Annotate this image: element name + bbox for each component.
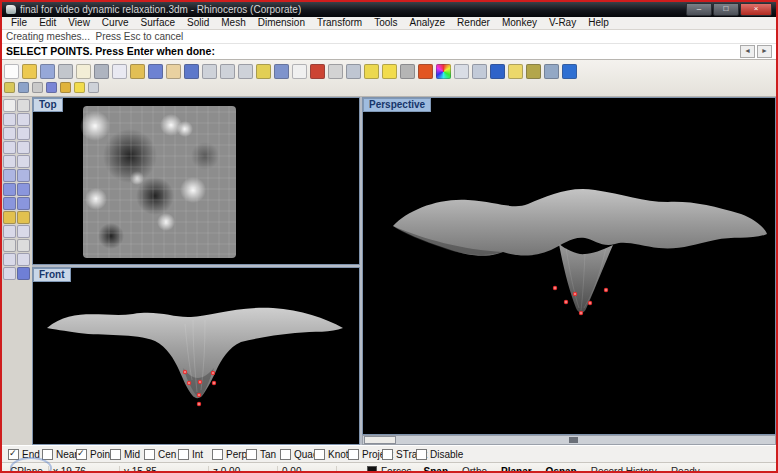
osnap-item[interactable]: Project bbox=[348, 449, 382, 460]
material-icon[interactable] bbox=[60, 82, 71, 93]
menu-item[interactable]: V-Ray bbox=[543, 17, 582, 29]
top-viewport-label[interactable]: Top bbox=[33, 98, 63, 112]
perspective-viewport-label[interactable]: Perspective bbox=[363, 98, 431, 112]
osnap-checkbox[interactable] bbox=[416, 449, 427, 460]
perspective-viewport[interactable]: Perspective bbox=[362, 97, 776, 435]
menu-item[interactable]: Mesh bbox=[215, 17, 251, 29]
cplane-selector[interactable]: CPlane bbox=[6, 466, 49, 473]
rotate-object-icon[interactable] bbox=[17, 253, 30, 266]
lightbulb-icon[interactable] bbox=[382, 64, 397, 79]
minimize-button[interactable]: – bbox=[686, 3, 712, 16]
osnap-item[interactable]: STrack bbox=[382, 449, 416, 460]
flag-icon[interactable] bbox=[364, 64, 379, 79]
fillet-icon[interactable] bbox=[17, 211, 30, 224]
options-gear-icon[interactable] bbox=[526, 64, 541, 79]
grid-icon[interactable] bbox=[4, 82, 15, 93]
menu-item[interactable]: View bbox=[62, 17, 96, 29]
menu-item[interactable]: Render bbox=[451, 17, 496, 29]
curve-icon[interactable] bbox=[3, 113, 16, 126]
status-toggle[interactable]: Ortho bbox=[462, 466, 487, 473]
rectangle-icon[interactable] bbox=[17, 141, 30, 154]
front-viewport-canvas[interactable] bbox=[33, 268, 359, 444]
group-icon[interactable] bbox=[3, 267, 16, 280]
notes-icon[interactable] bbox=[508, 64, 523, 79]
layer-icon[interactable] bbox=[32, 82, 43, 93]
arc-icon[interactable] bbox=[17, 127, 30, 140]
osnap-item[interactable]: Point bbox=[76, 449, 110, 460]
viewport-layout-icon[interactable] bbox=[292, 64, 307, 79]
camera-icon[interactable] bbox=[88, 82, 99, 93]
menu-item[interactable]: Help bbox=[582, 17, 615, 29]
menu-item[interactable]: Curve bbox=[96, 17, 135, 29]
point-cloud-icon[interactable] bbox=[17, 99, 30, 112]
current-layer[interactable]: Forces bbox=[363, 466, 416, 473]
shaded-sphere-icon[interactable] bbox=[472, 64, 487, 79]
osnap-checkbox[interactable] bbox=[348, 449, 359, 460]
zoom-dynamic-icon[interactable] bbox=[238, 64, 253, 79]
vray-icon[interactable] bbox=[418, 64, 433, 79]
maximize-button[interactable]: □ bbox=[713, 3, 739, 16]
osnap-checkbox[interactable] bbox=[314, 449, 325, 460]
box-icon[interactable] bbox=[17, 183, 30, 196]
command-prev-icon[interactable]: ◄ bbox=[740, 45, 755, 58]
light-icon[interactable] bbox=[74, 82, 85, 93]
pan-hand-icon[interactable] bbox=[166, 64, 181, 79]
sphere-icon[interactable] bbox=[3, 197, 16, 210]
new-file-icon[interactable] bbox=[4, 64, 19, 79]
zoom-icon[interactable] bbox=[202, 64, 217, 79]
menu-item[interactable]: File bbox=[5, 17, 33, 29]
status-toggle[interactable]: Osnap bbox=[546, 466, 577, 473]
move-object-icon[interactable] bbox=[3, 253, 16, 266]
zoom-selected-icon[interactable] bbox=[256, 64, 271, 79]
undo-icon[interactable] bbox=[148, 64, 163, 79]
copy-icon[interactable] bbox=[112, 64, 127, 79]
menu-item[interactable]: Solid bbox=[181, 17, 215, 29]
menu-item[interactable]: Tools bbox=[368, 17, 403, 29]
lock-icon[interactable] bbox=[400, 64, 415, 79]
osnap-checkbox[interactable] bbox=[110, 449, 121, 460]
front-viewport-label[interactable]: Front bbox=[33, 268, 71, 282]
boolean-icon[interactable] bbox=[3, 211, 16, 224]
status-toggle[interactable]: Snap bbox=[424, 466, 448, 473]
magnet-snap-icon[interactable] bbox=[18, 82, 29, 93]
polyline-icon[interactable] bbox=[3, 141, 16, 154]
rotate-2d-icon[interactable] bbox=[346, 64, 361, 79]
osnap-item[interactable]: Near bbox=[42, 449, 76, 460]
osnap-item[interactable]: Cen bbox=[144, 449, 178, 460]
properties-page-icon[interactable] bbox=[76, 64, 91, 79]
status-toggle[interactable]: Record History bbox=[591, 466, 657, 473]
hide-object-icon[interactable] bbox=[328, 64, 343, 79]
help-icon[interactable] bbox=[562, 64, 577, 79]
dimension-icon[interactable] bbox=[17, 239, 30, 252]
text-icon[interactable] bbox=[3, 239, 16, 252]
osnap-checkbox[interactable] bbox=[246, 449, 257, 460]
osnap-checkbox[interactable] bbox=[178, 449, 189, 460]
render-sphere-icon[interactable] bbox=[490, 64, 505, 79]
named-view-icon[interactable] bbox=[310, 64, 325, 79]
osnap-checkbox[interactable] bbox=[212, 449, 223, 460]
loft-icon[interactable] bbox=[17, 169, 30, 182]
osnap-item[interactable]: Int bbox=[178, 449, 212, 460]
shade-icon[interactable] bbox=[17, 267, 30, 280]
front-viewport[interactable]: Front bbox=[32, 267, 360, 445]
select-arrow-icon[interactable] bbox=[3, 99, 16, 112]
osnap-item[interactable]: Quad bbox=[280, 449, 314, 460]
circle-icon[interactable] bbox=[3, 127, 16, 140]
menu-item[interactable]: Monkey bbox=[496, 17, 543, 29]
point-icon[interactable] bbox=[3, 155, 16, 168]
osnap-checkbox[interactable] bbox=[144, 449, 155, 460]
paste-icon[interactable] bbox=[130, 64, 145, 79]
top-viewport-canvas[interactable] bbox=[33, 98, 359, 264]
viewport-scrollbar[interactable] bbox=[362, 435, 776, 445]
command-next-icon[interactable]: ► bbox=[757, 45, 772, 58]
move-icon[interactable] bbox=[184, 64, 199, 79]
surface-icon[interactable] bbox=[3, 169, 16, 182]
viewport-tab[interactable] bbox=[364, 436, 396, 444]
menu-item[interactable]: Edit bbox=[33, 17, 62, 29]
command-prompt[interactable]: SELECT POINTS. Press Enter when done: ◄ … bbox=[2, 44, 776, 60]
wireframe-sphere-icon[interactable] bbox=[454, 64, 469, 79]
save-icon[interactable] bbox=[40, 64, 55, 79]
top-viewport[interactable]: Top bbox=[32, 97, 360, 265]
cut-icon[interactable] bbox=[94, 64, 109, 79]
osnap-item[interactable]: Mid bbox=[110, 449, 144, 460]
